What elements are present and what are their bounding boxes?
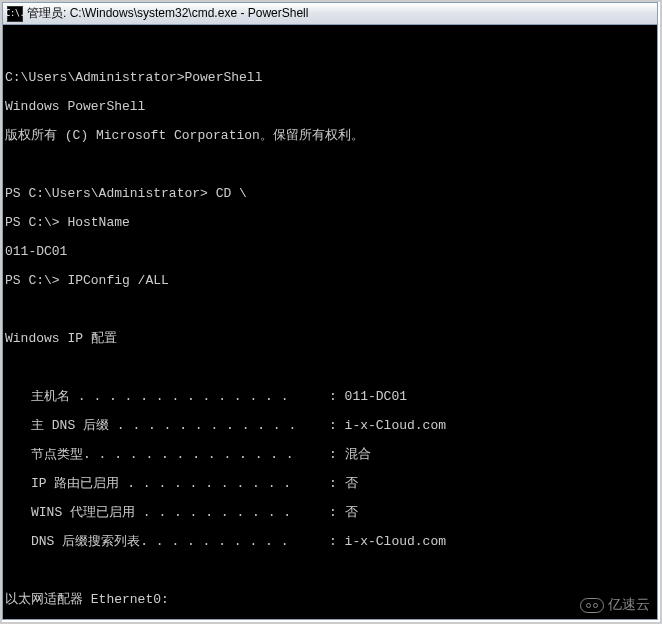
output-line: PS C:\Users\Administrator> CD \	[5, 187, 655, 202]
output-line	[5, 42, 655, 57]
output-line: C:\Users\Administrator>PowerShell	[5, 71, 655, 86]
output-line	[5, 158, 655, 173]
output-line	[5, 564, 655, 579]
property-value: : 否	[329, 506, 358, 521]
output-line: PS C:\> IPConfig /ALL	[5, 274, 655, 289]
property-row: 主 DNS 后缀 . . . . . . . . . . . .: i-x-Cl…	[5, 419, 655, 434]
output-line	[5, 303, 655, 318]
window-title: 管理员: C:\Windows\system32\cmd.exe - Power…	[27, 5, 308, 22]
property-row: DNS 后缀搜索列表. . . . . . . . . .: i-x-Cloud…	[5, 535, 655, 550]
section-header: 以太网适配器 Ethernet0:	[5, 593, 655, 608]
property-value: : 混合	[329, 448, 371, 463]
property-value: : i-x-Cloud.com	[329, 419, 446, 434]
terminal-window: C:\. 管理员: C:\Windows\system32\cmd.exe - …	[2, 2, 658, 620]
output-line: Windows PowerShell	[5, 100, 655, 115]
property-row: IP 路由已启用 . . . . . . . . . . .: 否	[5, 477, 655, 492]
property-label: WINS 代理已启用 . . . . . . . . . .	[31, 506, 329, 521]
property-value: : 否	[329, 477, 358, 492]
property-label: IP 路由已启用 . . . . . . . . . . .	[31, 477, 329, 492]
output-line	[5, 361, 655, 376]
titlebar[interactable]: C:\. 管理员: C:\Windows\system32\cmd.exe - …	[3, 3, 657, 25]
output-line: 011-DC01	[5, 245, 655, 260]
cmd-icon: C:\.	[7, 6, 23, 22]
property-row: 节点类型. . . . . . . . . . . . . .: 混合	[5, 448, 655, 463]
property-row: 主机名 . . . . . . . . . . . . . .: 011-DC0…	[5, 390, 655, 405]
property-row: WINS 代理已启用 . . . . . . . . . .: 否	[5, 506, 655, 521]
output-line: 版权所有 (C) Microsoft Corporation。保留所有权利。	[5, 129, 655, 144]
property-value: : 011-DC01	[329, 390, 407, 405]
property-label: 主机名 . . . . . . . . . . . . . .	[31, 390, 329, 405]
property-value: : i-x-Cloud.com	[329, 535, 446, 550]
terminal-output: C:\Users\Administrator>PowerShell Window…	[5, 27, 655, 619]
section-header: Windows IP 配置	[5, 332, 655, 347]
property-label: 节点类型. . . . . . . . . . . . . .	[31, 448, 329, 463]
property-label: DNS 后缀搜索列表. . . . . . . . . .	[31, 535, 329, 550]
property-label: 主 DNS 后缀 . . . . . . . . . . . .	[31, 419, 329, 434]
terminal-body[interactable]: C:\Users\Administrator>PowerShell Window…	[3, 25, 657, 619]
output-line: PS C:\> HostName	[5, 216, 655, 231]
